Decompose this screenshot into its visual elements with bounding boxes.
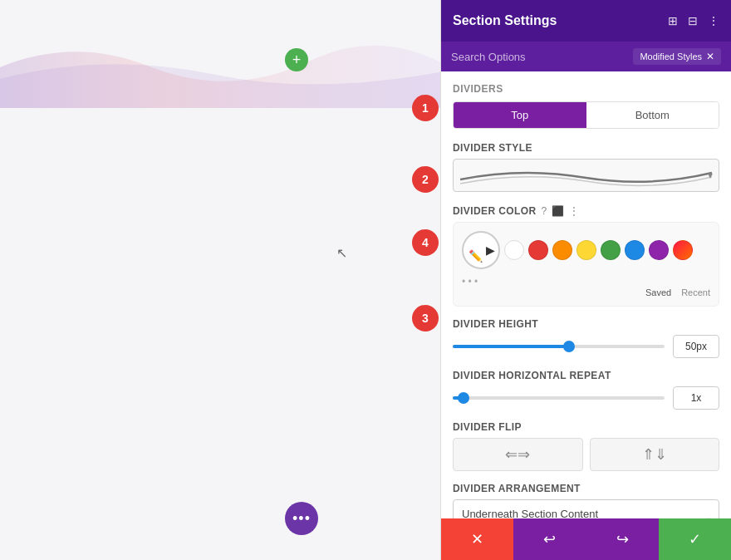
panel-title: Section Settings xyxy=(453,13,557,28)
more-options-button[interactable]: ••• xyxy=(285,502,318,535)
divider-height-track[interactable] xyxy=(453,345,665,348)
divider-height-input[interactable] xyxy=(673,335,719,358)
bottom-toolbar: ✕ ↩ ↪ ✓ xyxy=(441,518,731,560)
resize-icon[interactable]: ⊞ xyxy=(668,14,678,27)
step-badge-2: 2 xyxy=(412,166,439,193)
divider-repeat-thumb[interactable] xyxy=(458,392,469,404)
dividers-section-label: Dividers xyxy=(453,83,719,95)
color-swatch-purple[interactable] xyxy=(649,240,669,260)
step-badge-3: 3 xyxy=(412,305,439,332)
plus-icon: + xyxy=(292,52,302,69)
divider-height-row: Divider Height xyxy=(453,318,719,330)
modified-badge-close[interactable]: ✕ xyxy=(706,51,714,62)
canvas-wave xyxy=(0,25,440,108)
divider-color-label: Divider Color xyxy=(453,205,537,217)
divider-arrangement-row: Divider Arrangement xyxy=(453,483,719,494)
color-copy-icon[interactable]: ⬛ xyxy=(552,205,564,217)
dots-icon: ••• xyxy=(292,510,311,528)
columns-icon[interactable]: ⊟ xyxy=(688,14,698,27)
divider-height-slider-row xyxy=(453,335,719,358)
arrangement-select[interactable]: Underneath Section Content Above Section… xyxy=(453,499,719,518)
gradient-indicator: ▶ xyxy=(486,243,495,257)
eyedropper-icon[interactable]: ✏️ xyxy=(469,249,483,263)
flip-v-icon: ⇑⇓ xyxy=(642,445,667,464)
modified-badge: Modified Styles ✕ xyxy=(633,48,721,65)
color-circle-row: ✏️ ▶ xyxy=(462,231,710,269)
color-swatch-green[interactable] xyxy=(601,240,621,260)
divider-tabs: Top Bottom xyxy=(453,101,719,129)
divider-repeat-input[interactable] xyxy=(673,386,719,410)
divider-height-fill xyxy=(453,345,569,348)
divider-style-row: Divider Style xyxy=(453,142,719,154)
active-color-swatch[interactable]: ✏️ ▶ xyxy=(462,231,500,269)
divider-repeat-label: Divider Horizontal Repeat xyxy=(453,370,611,381)
divider-color-row: Divider Color ? ⬛ ⋮ xyxy=(453,205,719,217)
divider-arrangement-label: Divider Arrangement xyxy=(453,483,581,494)
flip-buttons: ⇐⇒ ⇑⇓ xyxy=(453,438,719,471)
cursor: ↖ xyxy=(336,245,347,261)
divider-style-select[interactable]: ▾ xyxy=(453,159,719,192)
color-more-dots[interactable]: • • • xyxy=(462,276,710,287)
divider-repeat-track[interactable] xyxy=(453,396,665,400)
color-more-icon[interactable]: ⋮ xyxy=(569,205,579,217)
redo-button[interactable]: ↪ xyxy=(586,518,659,560)
flip-vertical-button[interactable]: ⇑⇓ xyxy=(590,438,720,471)
color-swatch-yellow[interactable] xyxy=(576,240,596,260)
tab-top[interactable]: Top xyxy=(454,102,586,128)
add-section-button[interactable]: + xyxy=(285,48,308,71)
divider-style-label: Divider Style xyxy=(453,142,532,154)
divider-repeat-slider-row xyxy=(453,386,719,410)
color-swatch-white[interactable] xyxy=(504,240,524,260)
color-picker-area: ✏️ ▶ • • • Saved Recent xyxy=(453,222,719,307)
color-saved-row: Saved Recent xyxy=(462,287,710,297)
divider-repeat-row: Divider Horizontal Repeat xyxy=(453,370,719,381)
saved-label[interactable]: Saved xyxy=(645,287,671,297)
divider-height-thumb[interactable] xyxy=(563,341,575,352)
search-label[interactable]: Search Options xyxy=(451,51,526,63)
step-badge-1: 1 xyxy=(412,95,439,121)
step-badge-4: 4 xyxy=(412,229,439,256)
color-swatch-gradient[interactable] xyxy=(673,240,693,260)
more-icon[interactable]: ⋮ xyxy=(708,14,719,27)
save-button[interactable]: ✓ xyxy=(659,518,731,560)
canvas-area: + 1 2 3 4 ↖ ••• xyxy=(0,0,440,560)
flip-horizontal-button[interactable]: ⇐⇒ xyxy=(453,438,583,471)
color-swatch-red[interactable] xyxy=(528,240,548,260)
color-swatch-blue[interactable] xyxy=(625,240,645,260)
help-icon[interactable]: ? xyxy=(542,205,547,217)
divider-flip-row: Divider Flip xyxy=(453,421,719,433)
panel-body: Dividers Top Bottom Divider Style ▾ Divi… xyxy=(441,71,731,518)
search-bar: Search Options Modified Styles ✕ xyxy=(441,42,731,71)
divider-height-label: Divider Height xyxy=(453,318,538,330)
panel-header: Section Settings ⊞ ⊟ ⋮ xyxy=(441,0,731,42)
undo-button[interactable]: ↩ xyxy=(513,518,586,560)
divider-flip-label: Divider Flip xyxy=(453,421,522,433)
panel-header-icons: ⊞ ⊟ ⋮ xyxy=(668,14,719,27)
flip-h-icon: ⇐⇒ xyxy=(505,445,530,464)
color-swatch-orange[interactable] xyxy=(552,240,572,260)
tab-bottom[interactable]: Bottom xyxy=(586,102,719,128)
arrangement-select-wrapper: Underneath Section Content Above Section… xyxy=(453,499,719,518)
settings-panel: Section Settings ⊞ ⊟ ⋮ Search Options Mo… xyxy=(440,0,731,560)
cancel-button[interactable]: ✕ xyxy=(441,518,513,560)
recent-label[interactable]: Recent xyxy=(681,287,710,297)
style-preview[interactable] xyxy=(453,159,719,192)
